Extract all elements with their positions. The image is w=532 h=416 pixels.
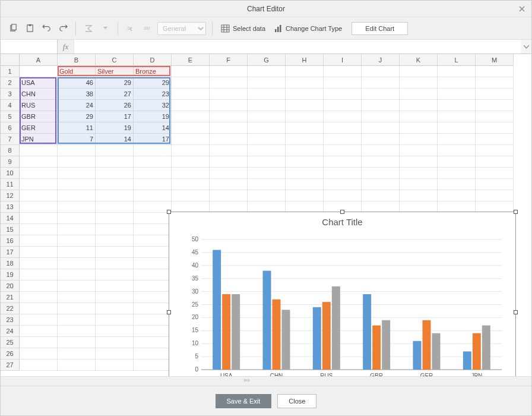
cell[interactable]	[324, 122, 362, 134]
cell[interactable]	[400, 77, 438, 89]
cell[interactable]	[248, 111, 286, 122]
cell[interactable]: 32	[134, 100, 172, 111]
row-header[interactable]: 17	[1, 247, 20, 258]
cell[interactable]	[58, 145, 96, 156]
cell[interactable]	[96, 201, 134, 213]
cell[interactable]	[172, 122, 210, 134]
row-header[interactable]: 25	[1, 337, 20, 348]
cell[interactable]	[210, 134, 248, 145]
cell[interactable]	[248, 89, 286, 100]
cell[interactable]	[248, 66, 286, 77]
cell[interactable]	[476, 89, 514, 100]
cell[interactable]	[438, 66, 476, 77]
cell[interactable]	[400, 89, 438, 100]
row-header[interactable]: 24	[1, 326, 20, 337]
cell[interactable]	[438, 145, 476, 156]
cell[interactable]: Gold	[58, 66, 96, 77]
cell[interactable]	[210, 179, 248, 190]
cell[interactable]	[438, 156, 476, 168]
cell[interactable]	[20, 247, 58, 258]
cell[interactable]	[210, 145, 248, 156]
cell[interactable]	[96, 337, 134, 348]
cell[interactable]	[286, 89, 324, 100]
cell[interactable]	[20, 258, 58, 269]
cell[interactable]: 17	[134, 134, 172, 145]
cell[interactable]	[210, 89, 248, 100]
cell[interactable]	[96, 168, 134, 179]
cell[interactable]	[324, 156, 362, 168]
cell[interactable]	[400, 179, 438, 190]
column-header[interactable]: G	[248, 54, 286, 66]
row-header[interactable]: 22	[1, 303, 20, 314]
column-header[interactable]: L	[438, 54, 476, 66]
cell[interactable]	[400, 66, 438, 77]
cell[interactable]	[210, 168, 248, 179]
cell[interactable]	[134, 269, 172, 281]
cell[interactable]	[248, 122, 286, 134]
cell[interactable]: 38	[58, 89, 96, 100]
cell[interactable]	[20, 326, 58, 337]
cell[interactable]: 19	[96, 122, 134, 134]
cell[interactable]	[362, 134, 400, 145]
cell[interactable]	[172, 77, 210, 89]
row-header[interactable]: 14	[1, 213, 20, 224]
cell[interactable]	[362, 122, 400, 134]
cell[interactable]	[210, 66, 248, 77]
cell[interactable]: CHN	[20, 89, 58, 100]
cell[interactable]	[172, 156, 210, 168]
cell[interactable]	[248, 168, 286, 179]
cell[interactable]	[362, 66, 400, 77]
cell[interactable]	[20, 281, 58, 292]
cell[interactable]	[362, 100, 400, 111]
column-header[interactable]: M	[476, 54, 514, 66]
cell[interactable]	[324, 111, 362, 122]
cell[interactable]	[20, 213, 58, 224]
cell[interactable]: GBR	[20, 111, 58, 122]
cell[interactable]	[96, 213, 134, 224]
cell[interactable]	[20, 303, 58, 314]
row-header[interactable]: 1	[1, 66, 20, 77]
cell[interactable]	[134, 292, 172, 303]
cell[interactable]	[438, 134, 476, 145]
cell[interactable]: JPN	[20, 134, 58, 145]
column-header[interactable]: K	[400, 54, 438, 66]
cell[interactable]	[134, 224, 172, 235]
cell[interactable]	[210, 190, 248, 201]
cell[interactable]: 29	[96, 77, 134, 89]
cell[interactable]	[400, 122, 438, 134]
cell[interactable]	[362, 111, 400, 122]
cell[interactable]	[286, 156, 324, 168]
cell[interactable]	[362, 168, 400, 179]
cell[interactable]: RUS	[20, 100, 58, 111]
cell[interactable]	[134, 348, 172, 360]
cell[interactable]	[134, 247, 172, 258]
cell[interactable]	[362, 156, 400, 168]
row-header[interactable]: 5	[1, 111, 20, 122]
row-header[interactable]: 3	[1, 89, 20, 100]
cell[interactable]	[324, 179, 362, 190]
cell[interactable]	[476, 134, 514, 145]
row-header[interactable]: 27	[1, 360, 20, 371]
cell[interactable]	[134, 235, 172, 247]
cell[interactable]	[476, 156, 514, 168]
row-header[interactable]: 6	[1, 122, 20, 134]
cell[interactable]	[286, 134, 324, 145]
cell[interactable]	[58, 292, 96, 303]
cell[interactable]	[58, 258, 96, 269]
cell[interactable]	[134, 213, 172, 224]
cell[interactable]	[20, 145, 58, 156]
cell[interactable]	[20, 190, 58, 201]
cell[interactable]	[172, 168, 210, 179]
cell[interactable]	[362, 89, 400, 100]
cell[interactable]	[438, 100, 476, 111]
cell[interactable]	[20, 156, 58, 168]
cell[interactable]	[58, 190, 96, 201]
cell[interactable]	[96, 314, 134, 326]
row-header[interactable]: 12	[1, 190, 20, 201]
cell[interactable]: GER	[20, 122, 58, 134]
cell[interactable]	[248, 77, 286, 89]
cell[interactable]	[286, 100, 324, 111]
row-header[interactable]: 7	[1, 134, 20, 145]
row-header[interactable]: 19	[1, 269, 20, 281]
cell[interactable]	[324, 77, 362, 89]
